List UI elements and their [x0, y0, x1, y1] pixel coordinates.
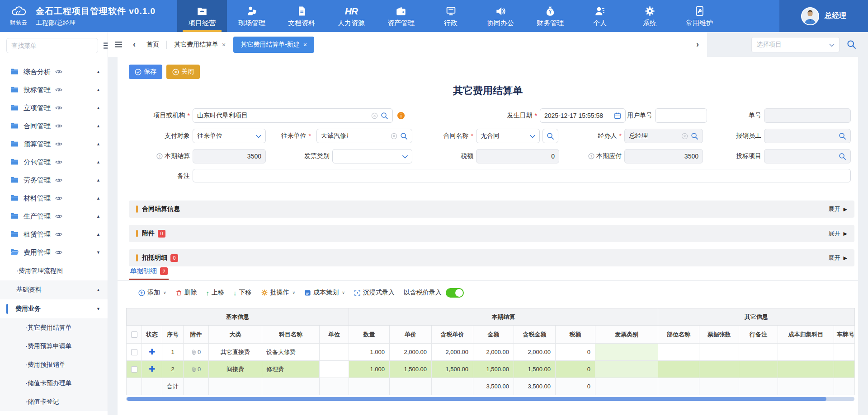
info-icon[interactable]	[397, 112, 405, 120]
cost-plan-button[interactable]: 成本策划∨	[304, 289, 345, 297]
section-deduction-detail[interactable]: 扣抵明细 0 展开▶	[129, 249, 854, 266]
sidebar-item-labor[interactable]: 劳务管理 ▲	[0, 171, 108, 189]
qty-cell[interactable]: 1.000	[349, 344, 390, 361]
horizontal-scrollbar-track[interactable]	[126, 397, 854, 401]
eye-icon[interactable]	[55, 249, 62, 256]
part-name-cell[interactable]	[658, 361, 699, 378]
nav-item-assets[interactable]: 资产管理	[376, 0, 426, 32]
nav-item-administration[interactable]: 行政	[426, 0, 476, 32]
subject-cell[interactable]: 修理费	[262, 361, 320, 378]
unit-cell-editing[interactable]	[320, 361, 349, 378]
nav-item-documents[interactable]: 文档资料	[277, 0, 326, 32]
select-all-checkbox[interactable]	[131, 331, 137, 338]
price-cell[interactable]: 1,500.00	[390, 361, 432, 378]
project-input[interactable]	[197, 112, 368, 119]
section-contract-settlement[interactable]: 合同结算信息 展开▶	[129, 201, 854, 218]
handler-field[interactable]: 总经理	[624, 129, 703, 143]
project-select[interactable]: 选择项目	[751, 37, 840, 52]
tab-home[interactable]: 首页	[139, 37, 166, 53]
tax-cell[interactable]: 0	[556, 361, 595, 378]
eye-icon[interactable]	[55, 122, 62, 130]
sidebar-item-comprehensive-analysis[interactable]: 综合分析 ▲	[0, 63, 108, 81]
search-icon[interactable]	[381, 112, 388, 120]
table-row[interactable]: ✚ 1 0 其它直接费 设备大修费 1.000 2,000.00 2,000.0…	[127, 344, 855, 361]
menu-search-input[interactable]	[6, 38, 98, 53]
search-icon[interactable]	[847, 40, 856, 49]
chevron-up-icon[interactable]: ▲	[96, 232, 100, 237]
sidebar-item-production[interactable]: 生产管理 ▲	[0, 207, 108, 225]
sidebar-item-stored-card-pre-processing[interactable]: ·储值卡预办理单	[0, 374, 108, 392]
eye-icon[interactable]	[55, 86, 62, 93]
attach-cell[interactable]: 0	[184, 344, 209, 361]
project-field[interactable]	[193, 108, 393, 123]
eye-icon[interactable]	[55, 140, 62, 148]
sidebar-item-expense-business[interactable]: 费用业务 ▼	[0, 299, 108, 318]
contract-select[interactable]: 无合同	[476, 129, 540, 143]
chevron-up-icon[interactable]: ▲	[96, 142, 100, 146]
sidebar-item-bidding[interactable]: 投标管理 ▲	[0, 81, 108, 99]
vendor-field[interactable]	[316, 129, 412, 143]
search-icon[interactable]	[839, 153, 846, 160]
category-cell[interactable]: 其它直接费	[209, 344, 262, 361]
expand-control[interactable]: 展开▶	[829, 254, 847, 262]
chevron-up-icon[interactable]: ▲	[96, 160, 100, 164]
tabs-scroll-left-icon[interactable]: ‹	[129, 40, 139, 49]
sidebar-toggle-icon[interactable]	[114, 41, 123, 48]
chevron-up-icon[interactable]: ▲	[96, 70, 100, 74]
chevron-up-icon[interactable]: ▲	[96, 196, 100, 201]
chevron-up-icon[interactable]: ▲	[96, 106, 100, 110]
header-select-all[interactable]	[127, 326, 142, 344]
search-icon[interactable]	[839, 132, 846, 140]
sidebar-item-other-expense-settlement[interactable]: ·其它费用结算单	[0, 318, 108, 337]
nav-item-hr[interactable]: HR 人力资源	[326, 0, 376, 32]
sidebar-item-contracts[interactable]: 合同管理 ▲	[0, 117, 108, 135]
price-cell[interactable]: 2,000.00	[390, 344, 432, 361]
eye-icon[interactable]	[55, 177, 62, 184]
chevron-up-icon[interactable]: ▲	[96, 88, 100, 92]
delete-row-button[interactable]: 删除	[175, 289, 197, 297]
move-down-button[interactable]: ↓ 下移	[233, 289, 252, 297]
chevron-up-icon[interactable]: ▲	[96, 124, 100, 128]
section-attachments[interactable]: 附件 0 展开▶	[129, 225, 854, 242]
tabs-scroll-right-icon[interactable]: ›	[693, 40, 703, 49]
staff-field[interactable]	[764, 129, 851, 143]
add-row-button[interactable]: 添加∨	[138, 289, 166, 297]
question-icon[interactable]: ?	[588, 153, 594, 159]
eye-icon[interactable]	[55, 231, 62, 238]
nav-item-project-operation[interactable]: 项目经营	[177, 0, 227, 32]
sidebar-item-expense-budget-application[interactable]: ·费用预算申请单	[0, 337, 108, 355]
toggle-on-switch[interactable]	[446, 288, 464, 298]
batch-operation-button[interactable]: 批操作∨	[261, 289, 296, 297]
move-up-button[interactable]: ↑ 上移	[206, 289, 225, 297]
row-checkbox[interactable]	[131, 349, 137, 355]
remark-input[interactable]	[197, 172, 846, 179]
nav-item-maintenance[interactable]: 常用维护	[675, 0, 724, 32]
nav-item-personal[interactable]: 个人	[575, 0, 625, 32]
cost-subject-cell[interactable]	[778, 361, 834, 378]
amount-tax-cell[interactable]: 2,000.00	[514, 344, 556, 361]
sidebar-item-expense-flowchart[interactable]: ·费用管理流程图	[0, 261, 108, 280]
menu-collapse-icon[interactable]	[103, 42, 108, 49]
chevron-up-icon[interactable]: ▲	[96, 288, 100, 292]
sidebar-item-budget[interactable]: 预算管理 ▲	[0, 135, 108, 153]
remark-field[interactable]	[193, 169, 851, 182]
plate-no-cell[interactable]	[834, 344, 855, 361]
tax-cell[interactable]: 0	[556, 344, 595, 361]
clear-icon[interactable]	[391, 133, 397, 140]
cost-subject-cell[interactable]	[778, 344, 834, 361]
unit-cell[interactable]	[320, 344, 349, 361]
sidebar-item-stored-card-registration[interactable]: ·储值卡登记	[0, 392, 108, 411]
sidebar-item-leasing[interactable]: 租赁管理 ▲	[0, 225, 108, 243]
row-checkbox[interactable]	[131, 366, 137, 373]
table-row-selected[interactable]: ✚ 2 0 间接费 修理费 1.000 1,500.00 1,500.00 1,…	[127, 361, 855, 378]
tab-other-expense-settlement-new[interactable]: 其它费用结算单-新建 ×	[233, 37, 314, 53]
nav-item-finance[interactable]: ¥ 财务管理	[525, 0, 575, 32]
expand-control[interactable]: 展开▶	[829, 229, 847, 238]
price-tax-cell[interactable]: 1,500.00	[432, 361, 473, 378]
horizontal-scrollbar-thumb[interactable]	[127, 397, 826, 401]
close-icon[interactable]: ×	[222, 41, 226, 48]
row-select-cell[interactable]	[127, 344, 142, 361]
row-remark-cell[interactable]	[739, 344, 778, 361]
row-select-cell[interactable]	[127, 361, 142, 378]
eye-icon[interactable]	[55, 159, 62, 166]
